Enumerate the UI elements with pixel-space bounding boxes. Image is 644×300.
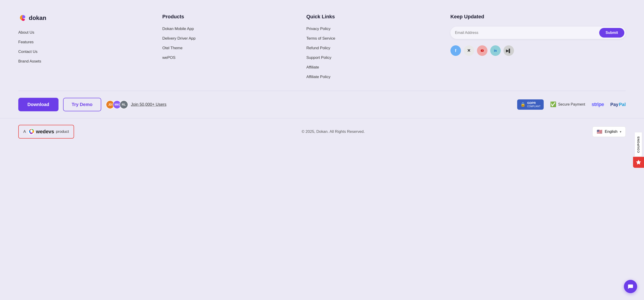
cta-bar: Download Try Demo JD MK RL Join 50,000+ … bbox=[18, 91, 626, 118]
secure-payment: ✅ Secure Payment bbox=[550, 101, 585, 107]
submit-button[interactable]: Submit bbox=[599, 28, 624, 38]
newsletter-form: Submit bbox=[450, 27, 626, 39]
footer-col-brand: dokan About Us Features Contact Us Brand… bbox=[18, 14, 153, 79]
brand-nav-links: About Us Features Contact Us Brand Asset… bbox=[18, 30, 153, 64]
link-otel-theme[interactable]: Otel Theme bbox=[162, 46, 297, 50]
right-badges: 🔒 GDPR COMPLIANT ✅ Secure Payment stripe… bbox=[517, 99, 626, 110]
stripe-logo: stripe bbox=[592, 101, 604, 107]
logo-area: dokan bbox=[18, 14, 153, 22]
link-terms-of-service[interactable]: Terms of Service bbox=[306, 36, 441, 41]
paypal-pal-text: Pal bbox=[619, 102, 626, 107]
link-privacy-policy[interactable]: Privacy Policy bbox=[306, 27, 441, 31]
wedevs-prefix: A bbox=[23, 129, 26, 134]
linkedin-icon[interactable]: in bbox=[490, 45, 501, 56]
footer-bottom: A wedevs product © 2025, Dokan. All Righ… bbox=[0, 118, 644, 145]
paypal-logo: PayPal bbox=[610, 102, 626, 107]
quick-links-list: Privacy Policy Terms of Service Refund P… bbox=[306, 27, 441, 79]
secure-payment-label: Secure Payment bbox=[558, 102, 585, 106]
shield-check-icon: ✅ bbox=[550, 101, 556, 107]
link-affiliate[interactable]: Affiliate bbox=[306, 65, 441, 70]
download-button[interactable]: Download bbox=[18, 98, 58, 111]
email-input[interactable] bbox=[455, 31, 599, 35]
products-links: Dokan Mobile App Delivery Driver App Ote… bbox=[162, 27, 297, 60]
footer-top: dokan About Us Features Contact Us Brand… bbox=[18, 14, 626, 91]
facebook-icon[interactable]: f bbox=[450, 45, 461, 56]
nav-features[interactable]: Features bbox=[18, 40, 153, 44]
wedevs-name: wedevs bbox=[36, 129, 54, 135]
gdpr-text: GDPR COMPLIANT bbox=[527, 101, 540, 108]
footer: dokan About Us Features Contact Us Brand… bbox=[0, 0, 644, 118]
link-dokan-mobile-app[interactable]: Dokan Mobile App bbox=[162, 27, 297, 31]
flag-icon: 🇺🇸 bbox=[597, 129, 602, 134]
nav-brand-assets[interactable]: Brand Assets bbox=[18, 59, 153, 64]
link-support-policy[interactable]: Support Policy bbox=[306, 55, 441, 60]
language-selector[interactable]: 🇺🇸 English ▾ bbox=[592, 126, 626, 137]
link-delivery-driver-app[interactable]: Delivery Driver App bbox=[162, 36, 297, 41]
footer-col-quick-links: Quick Links Privacy Policy Terms of Serv… bbox=[306, 14, 441, 79]
link-refund-policy[interactable]: Refund Policy bbox=[306, 46, 441, 50]
try-demo-button[interactable]: Try Demo bbox=[63, 98, 101, 111]
footer-col-newsletter: Keep Updated Submit f ✕ in ▶▌ bbox=[450, 14, 626, 79]
language-label: English bbox=[605, 129, 618, 134]
coupons-icon[interactable] bbox=[633, 157, 644, 168]
chevron-down-icon: ▾ bbox=[620, 130, 622, 133]
social-icons: f ✕ in ▶▌ bbox=[450, 45, 626, 56]
avatar-3: RL bbox=[120, 100, 128, 109]
newsletter-title: Keep Updated bbox=[450, 14, 626, 20]
user-avatars: JD MK RL bbox=[106, 100, 128, 109]
join-text[interactable]: Join 50,000+ Users bbox=[131, 102, 166, 107]
nav-contact-us[interactable]: Contact Us bbox=[18, 50, 153, 54]
youtube-icon[interactable] bbox=[477, 45, 488, 56]
link-wepos[interactable]: wePOS bbox=[162, 55, 297, 60]
gdpr-badge: 🔒 GDPR COMPLIANT bbox=[517, 99, 544, 110]
coupons-tab[interactable]: COUPONS bbox=[633, 132, 644, 168]
wedevs-suffix: product bbox=[56, 129, 69, 134]
brand-name: dokan bbox=[29, 15, 46, 22]
twitter-x-icon[interactable]: ✕ bbox=[464, 45, 474, 56]
medium-icon[interactable]: ▶▌ bbox=[504, 45, 514, 56]
quick-links-title: Quick Links bbox=[306, 14, 441, 20]
wedevs-logo: wedevs bbox=[28, 128, 54, 135]
products-title: Products bbox=[162, 14, 297, 20]
copyright-text: © 2025, Dokan. All Rights Reserved. bbox=[302, 129, 365, 134]
footer-col-products: Products Dokan Mobile App Delivery Drive… bbox=[162, 14, 297, 79]
dokan-logo-icon bbox=[18, 14, 26, 22]
coupons-label: COUPONS bbox=[635, 132, 642, 157]
gdpr-icon: 🔒 bbox=[520, 102, 526, 107]
nav-about-us[interactable]: About Us bbox=[18, 30, 153, 35]
join-users: JD MK RL Join 50,000+ Users bbox=[106, 100, 166, 109]
link-affiliate-policy[interactable]: Affiliate Policy bbox=[306, 75, 441, 79]
paypal-pay-text: Pay bbox=[610, 102, 618, 107]
wedevs-icon bbox=[28, 128, 35, 135]
wedevs-badge: A wedevs product bbox=[18, 125, 74, 138]
chat-button[interactable] bbox=[624, 280, 637, 293]
